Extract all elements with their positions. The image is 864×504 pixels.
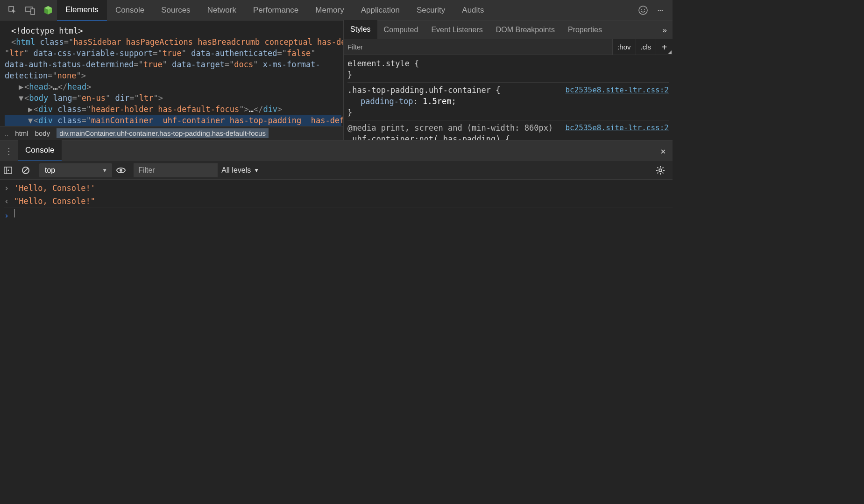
svg-line-18 [658, 167, 659, 168]
levels-label: All levels [221, 166, 251, 175]
breadcrumb-body[interactable]: body [35, 129, 50, 137]
tab-sources[interactable]: Sources [153, 0, 198, 21]
breadcrumb-html[interactable]: html [15, 129, 28, 137]
elements-tree[interactable]: <!doctype html> <html class="hasSidebar … [0, 21, 343, 126]
console-prompt-line[interactable]: › [4, 208, 673, 222]
svg-rect-2 [31, 9, 35, 14]
styles-tabbar: Styles Computed Event Listeners DOM Brea… [344, 21, 673, 39]
devtools-root: Elements Console Sources Network Perform… [0, 0, 673, 379]
cls-toggle[interactable]: .cls [636, 39, 656, 55]
prop-name[interactable]: padding-top [361, 97, 413, 106]
smiley-feedback-icon[interactable] [638, 5, 653, 15]
expand-collapse-icon[interactable]: ▶ [18, 81, 24, 92]
expand-collapse-icon[interactable]: ▼ [18, 92, 24, 104]
console-input-text: 'Hello, Console!' [14, 182, 95, 195]
console-output[interactable]: › 'Hello, Console!' ‹ "Hello, Console!" … [0, 180, 673, 379]
expand-collapse-icon[interactable]: ▼ [27, 115, 34, 126]
expand-collapse-icon[interactable]: ▶ [27, 104, 34, 115]
execution-context-select[interactable]: top ▼ [39, 163, 112, 177]
styles-tab-styles[interactable]: Styles [344, 20, 377, 40]
tab-performance[interactable]: Performance [245, 0, 307, 21]
hov-toggle[interactable]: :hov [612, 39, 635, 55]
styles-tab-computed[interactable]: Computed [377, 21, 425, 39]
context-label: top [45, 166, 55, 175]
console-filter-input[interactable] [134, 163, 218, 177]
rule-source-link[interactable]: bc2535e8.site-ltr.css:2 [565, 84, 669, 96]
selected-element-row[interactable]: ▼<div class="mainContainer uhf-container… [5, 115, 341, 126]
styles-filter-input[interactable] [344, 39, 612, 55]
rule-selector[interactable]: element.style [347, 59, 410, 68]
tab-security[interactable]: Security [408, 0, 453, 21]
svg-line-19 [663, 172, 664, 173]
prompt-arrow-icon: › [4, 209, 9, 222]
styles-pane: Styles Computed Event Listeners DOM Brea… [343, 21, 673, 140]
rule-source-link[interactable]: bc2535e8.site-ltr.css:2 [565, 122, 669, 133]
console-settings-icon[interactable] [656, 166, 673, 175]
doctype-line: <!doctype html> [11, 26, 83, 35]
svg-point-12 [120, 169, 122, 172]
svg-point-13 [659, 169, 662, 172]
svg-point-5 [644, 9, 645, 10]
return-arrow-icon: ‹ [4, 195, 9, 208]
styles-toolbar: :hov .cls + [344, 39, 673, 55]
breadcrumb-leading: .. [5, 129, 8, 137]
tab-network[interactable]: Network [199, 0, 245, 21]
new-style-rule-button[interactable]: + [656, 39, 673, 55]
rule-selector[interactable]: .uhf-container:not(.has-padding) [347, 134, 501, 140]
console-toolbar: top ▼ All levels ▼ [0, 161, 673, 180]
console-output-text: "Hello, Console!" [14, 195, 95, 208]
svg-point-4 [641, 9, 642, 10]
styles-rules[interactable]: element.style { } bc2535e8.site-ltr.css:… [344, 55, 673, 140]
svg-line-10 [23, 168, 28, 173]
breadcrumb[interactable]: .. html body div.mainContainer.uhf-conta… [0, 126, 343, 140]
drawer-console: ⋮ Console ✕ top ▼ All levels ▼ [0, 140, 673, 379]
console-input-line: › 'Hello, Console!' [4, 182, 673, 195]
html-dir: ltr [9, 49, 24, 58]
console-sidebar-toggle-icon[interactable] [4, 166, 18, 175]
drawer-header: ⋮ Console ✕ [0, 140, 673, 161]
clear-console-icon[interactable] [21, 166, 35, 175]
styles-tab-dombreakpoints[interactable]: DOM Breakpoints [489, 21, 561, 39]
overflow-menu-icon[interactable]: ⋯ [653, 5, 668, 16]
tab-console[interactable]: Console [107, 0, 153, 21]
main-split: <!doctype html> <html class="hasSidebar … [0, 21, 673, 140]
svg-line-20 [658, 172, 659, 173]
styles-more-icon[interactable]: » [657, 25, 673, 35]
inspect-icon[interactable] [4, 0, 21, 21]
html-tag: html [16, 37, 35, 47]
prop-value[interactable]: 1.5rem [423, 97, 451, 106]
caret-icon [14, 209, 14, 217]
threed-cube-icon[interactable] [39, 0, 57, 21]
svg-line-21 [663, 167, 664, 168]
elements-pane: <!doctype html> <html class="hasSidebar … [0, 21, 343, 140]
log-levels-select[interactable]: All levels ▼ [221, 166, 259, 175]
styles-tab-eventlisteners[interactable]: Event Listeners [425, 21, 489, 39]
tab-audits[interactable]: Audits [453, 0, 492, 21]
tab-application[interactable]: Application [353, 0, 408, 21]
live-expression-icon[interactable] [116, 166, 130, 175]
tab-elements[interactable]: Elements [57, 0, 107, 21]
input-arrow-icon: › [4, 182, 9, 195]
drawer-menu-icon[interactable]: ⋮ [0, 146, 18, 156]
styles-tab-properties[interactable]: Properties [561, 21, 609, 39]
drawer-close-icon[interactable]: ✕ [654, 146, 673, 156]
top-tabbar: Elements Console Sources Network Perform… [0, 0, 673, 21]
html-class: hasSidebar hasPageActions hasBreadcrumb … [73, 37, 343, 47]
drawer-tab-console[interactable]: Console [18, 140, 62, 161]
rule-selector[interactable]: .has-top-padding.uhf-container [347, 85, 491, 95]
svg-marker-8 [7, 169, 9, 171]
tab-memory[interactable]: Memory [307, 0, 352, 21]
svg-point-3 [639, 6, 647, 14]
breadcrumb-selected[interactable]: div.mainContainer.uhf-container.has-top-… [57, 128, 269, 138]
device-toggle-icon[interactable] [21, 0, 39, 21]
chevron-down-icon: ▼ [254, 167, 259, 174]
console-return-line: ‹ "Hello, Console!" [4, 195, 673, 208]
chevron-down-icon: ▼ [102, 167, 107, 174]
